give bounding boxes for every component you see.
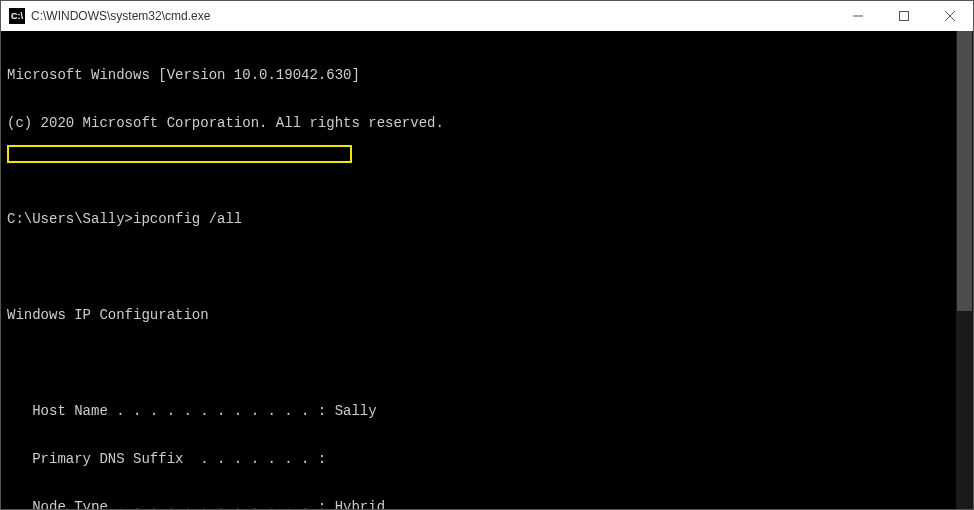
window-title: C:\WINDOWS\system32\cmd.exe (31, 9, 210, 23)
primary-dns-suffix-line: Primary DNS Suffix . . . . . . . : (7, 451, 967, 467)
maximize-button[interactable] (881, 1, 927, 31)
vertical-scrollbar[interactable] (956, 31, 973, 509)
copyright-line: (c) 2020 Microsoft Corporation. All righ… (7, 115, 967, 131)
host-name-line: Host Name . . . . . . . . . . . . : Sall… (7, 403, 967, 419)
version-line: Microsoft Windows [Version 10.0.19042.63… (7, 67, 967, 83)
terminal-output[interactable]: Microsoft Windows [Version 10.0.19042.63… (1, 31, 973, 510)
close-button[interactable] (927, 1, 973, 31)
minimize-button[interactable] (835, 1, 881, 31)
window-titlebar: C:\ C:\WINDOWS\system32\cmd.exe (1, 1, 973, 31)
command-prompt-line: C:\Users\Sally>ipconfig /all (7, 211, 967, 227)
svg-rect-1 (900, 12, 909, 21)
section-header-win-ip: Windows IP Configuration (7, 307, 967, 323)
node-type-line: Node Type . . . . . . . . . . . . : Hybr… (7, 499, 967, 510)
host-name-highlight (7, 145, 352, 163)
cmd-icon: C:\ (9, 8, 25, 24)
scrollbar-thumb[interactable] (957, 31, 972, 311)
